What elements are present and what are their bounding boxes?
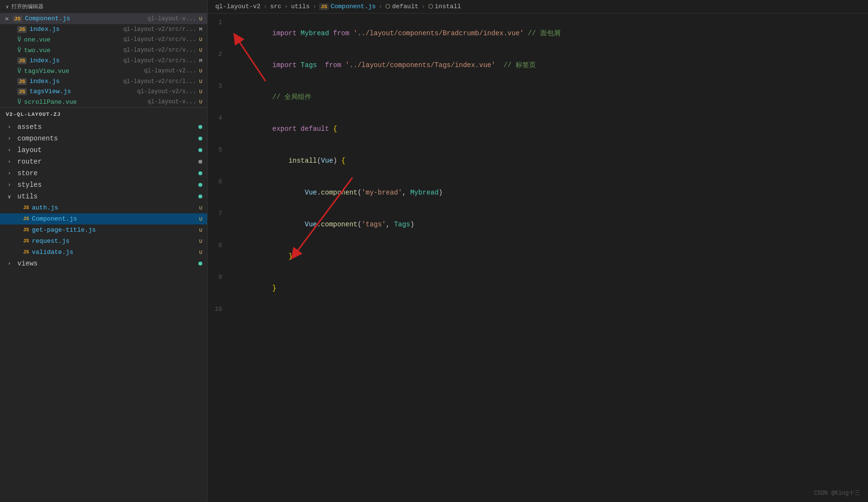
path-hint: ql-layout-v... [148,98,196,105]
file-item-tagsview-vue[interactable]: V̈ tagsView.vue ql-layout-v2... U [0,66,207,76]
badge: U [199,205,202,211]
path-hint: ql-layout-v2/src/r... [123,26,196,33]
code-container[interactable]: 1 import Mybread from '../layout/compone… [208,14,868,502]
filename: index.js [29,57,118,64]
code-content: install(Vue) { [232,145,856,177]
code-line-4: 4 export default { [208,113,868,145]
code-line-2: 2 import Tags from '../layout/components… [208,49,868,81]
badge: U [199,68,202,74]
status-dot [198,183,202,187]
expand-arrow-icon: ∨ [8,194,14,200]
open-editors-header[interactable]: ∨ 打开的编辑器 [0,0,207,13]
js-icon: JS [23,205,29,210]
code-line-7: 7 Vue.component('tags', Tags) [208,209,868,240]
line-number: 2 [208,49,232,60]
status-dot [198,148,202,152]
collapse-arrow-icon: › [8,147,14,153]
breadcrumb-project: ql-layout-v2 [215,3,261,10]
js-icon: JS [17,57,27,64]
breadcrumb-symbol-icon: ⬡ [385,3,390,10]
vue-icon: V̈ [17,36,21,43]
vue-icon: V̈ [17,98,21,106]
js-icon: JS [23,238,29,244]
code-line-1: 1 import Mybread from '../layout/compone… [208,17,868,49]
line-number: 4 [208,113,232,124]
filename: one.vue [24,36,118,43]
file-request-js[interactable]: JS request.js U [0,236,207,247]
code-content: import Tags from '../layout/components/T… [232,49,856,81]
filename: tagsView.js [29,88,132,95]
path-hint: ql-layout-v2... [144,68,196,74]
breadcrumb-sep: › [421,3,425,10]
js-icon: JS [17,78,27,85]
filename: Component.js [32,215,196,223]
js-icon: JS [23,227,29,233]
collapse-arrow-icon: › [8,136,14,141]
status-dot [198,195,202,198]
badge: U [199,99,202,105]
code-content: Vue.component('tags', Tags) [232,209,856,240]
line-number: 3 [208,81,232,92]
filename: validate.js [32,249,196,256]
breadcrumb-sep: › [313,3,317,10]
editor-area: ql-layout-v2 › src › utils › JS Componen… [208,0,868,502]
filename: request.js [32,237,196,245]
filename: index.js [29,78,118,85]
vue-icon: V̈ [17,67,21,75]
file-auth-js[interactable]: JS auth.js U [0,202,207,213]
badge: U [199,216,202,222]
sidebar: ∨ 打开的编辑器 ✕ JS Component.js ql-layout-v..… [0,0,208,502]
status-dot [198,160,202,164]
file-component-js[interactable]: JS Component.js U [0,213,207,224]
js-icon: JS [17,26,27,33]
badge: U [199,79,202,84]
code-content: Vue.component('my-bread', Mybread) [232,177,856,209]
folder-name: styles [17,181,196,189]
file-item-scrollpane-vue[interactable]: V̈ scrollPane.vue ql-layout-v... U [0,97,207,107]
line-number: 9 [208,272,232,283]
collapse-arrow-icon: › [8,159,14,165]
watermark: CSDN @King十三 [814,489,860,497]
folder-router[interactable]: › router [0,156,207,167]
folder-store[interactable]: › store [0,167,207,179]
line-number: 1 [208,17,232,28]
collapse-arrow-icon: › [8,182,14,188]
path-hint: ql-layout-v2/src/v... [123,36,196,43]
breadcrumb-sep: › [378,3,382,10]
filename: index.js [29,26,118,33]
folder-views[interactable]: › views [0,258,207,269]
file-item-tagsview-js[interactable]: JS tagsView.js ql-layout-v2/s... U [0,86,207,97]
file-item-one-vue[interactable]: V̈ one.vue ql-layout-v2/src/v... U [0,34,207,45]
close-icon[interactable]: ✕ [5,14,9,23]
file-item-index-js-src[interactable]: JS index.js ql-layout-v2/src/s... M [0,56,207,66]
breadcrumb: ql-layout-v2 › src › utils › JS Componen… [208,0,868,14]
line-number: 8 [208,240,232,251]
folder-layout[interactable]: › layout [0,144,207,156]
badge: U [199,89,202,95]
path-hint: ql-layout-v... [148,15,196,22]
file-validate-js[interactable]: JS validate.js U [0,247,207,258]
code-line-5: 5 install(Vue) { [208,145,868,177]
filename: scrollPane.vue [24,98,143,106]
file-item-two-vue[interactable]: V̈ two.vue ql-layout-v2/src/v... U [0,45,207,56]
file-get-page-title-js[interactable]: JS get-page-title.js U [0,224,207,236]
folder-name: router [17,158,196,166]
file-item-index-js-layout[interactable]: JS index.js ql-layout-v2/src/l... U [0,76,207,86]
status-dot [198,171,202,175]
code-content: export default { [232,113,856,145]
folder-styles[interactable]: › styles [0,179,207,191]
folder-assets[interactable]: › assets [0,121,207,133]
file-item-component-js[interactable]: ✕ JS Component.js ql-layout-v... U [0,13,207,24]
folder-components[interactable]: › components [0,133,207,144]
file-item-index-js-router[interactable]: JS index.js ql-layout-v2/src/r... M [0,24,207,34]
explorer-section: V2-QL-LAYOUT-ZJ › assets › components › … [0,108,207,502]
badge: U [199,47,202,53]
code-content: import Mybread from '../layout/component… [232,17,856,49]
folder-name: components [17,135,196,142]
folder-name: store [17,169,196,177]
breadcrumb-install: install [435,3,462,10]
breadcrumb-default: default [392,3,419,10]
badge: M [199,27,202,32]
badge: M [199,58,202,64]
folder-utils[interactable]: ∨ utils [0,191,207,202]
